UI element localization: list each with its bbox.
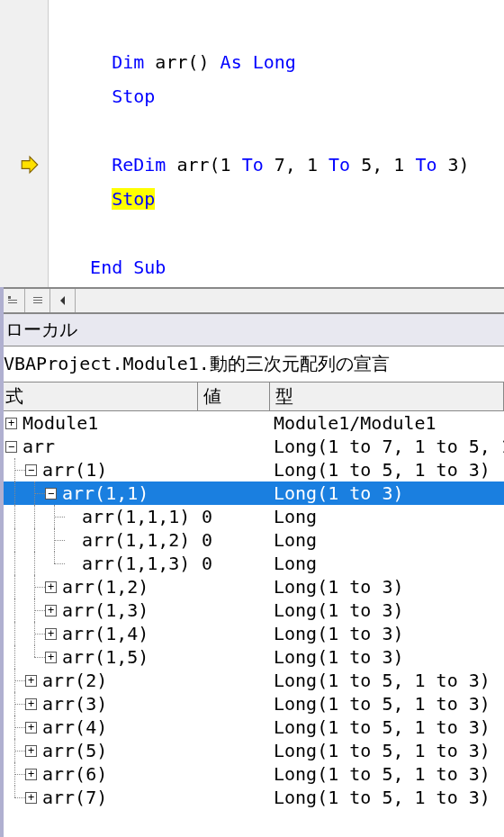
- collapse-icon[interactable]: [25, 464, 37, 476]
- locals-row[interactable]: arr(1,2)Long(1 to 3): [0, 575, 504, 598]
- expr-text: arr(7): [40, 787, 107, 808]
- type-text: Long: [270, 553, 504, 574]
- expr-text: arr(1,4): [60, 623, 148, 644]
- code-line: Dim arr() As Long: [68, 51, 296, 73]
- locals-row[interactable]: arr(1,3)Long(1 to 3): [0, 598, 504, 622]
- type-text: Long(1 to 3): [270, 646, 504, 668]
- collapse-icon[interactable]: [45, 488, 57, 500]
- scroll-left-button[interactable]: [50, 289, 76, 312]
- locals-row[interactable]: arr(1,1)Long(1 to 3): [0, 482, 504, 505]
- type-text: Long(1 to 5, 1 to 3): [270, 693, 504, 715]
- svg-rect-2: [8, 302, 17, 303]
- locals-row[interactable]: arr(7)Long(1 to 5, 1 to 3): [0, 786, 504, 809]
- expand-icon[interactable]: [45, 628, 57, 640]
- type-text: Long(1 to 3): [270, 482, 504, 504]
- svg-rect-1: [8, 300, 17, 301]
- code-content[interactable]: Dim arr() As Long Stop ReDim arr(1 To 7,…: [49, 0, 470, 287]
- code-editor[interactable]: Dim arr() As Long Stop ReDim arr(1 To 7,…: [0, 0, 504, 288]
- expr-text: arr(1,5): [60, 646, 148, 668]
- type-text: Long(1 to 5, 1 to 3): [270, 740, 504, 761]
- header-expression[interactable]: 式: [0, 382, 198, 410]
- locals-row[interactable]: arr(4)Long(1 to 5, 1 to 3): [0, 716, 504, 739]
- type-text: Long: [270, 529, 504, 551]
- type-text: Long(1 to 5, 1 to 3): [270, 787, 504, 808]
- locals-row[interactable]: arr(2)Long(1 to 5, 1 to 3): [0, 669, 504, 692]
- expand-icon[interactable]: [5, 418, 17, 429]
- header-value[interactable]: 値: [198, 382, 270, 410]
- execution-pointer-icon: [20, 155, 40, 175]
- locals-row[interactable]: arr(1,1,1)0Long: [0, 505, 504, 528]
- code-line: Stop: [68, 86, 155, 107]
- type-text: Long(1 to 3): [270, 623, 504, 644]
- svg-rect-0: [8, 296, 11, 299]
- locals-row[interactable]: arr(5)Long(1 to 5, 1 to 3): [0, 739, 504, 762]
- expr-text: arr(1,2): [60, 576, 148, 598]
- expand-icon[interactable]: [25, 792, 37, 804]
- type-text: Long(1 to 5, 1 to 3): [270, 670, 504, 691]
- locals-row[interactable]: arrLong(1 to 7, 1 to 5, 1 to 3): [0, 435, 504, 458]
- locals-headers: 式 値 型: [0, 382, 504, 411]
- expr-text: arr(1,1): [60, 482, 148, 504]
- locals-row[interactable]: arr(1,1,2)0Long: [0, 528, 504, 552]
- locals-row[interactable]: arr(1,1,3)0Long: [0, 552, 504, 575]
- locals-row[interactable]: arr(1)Long(1 to 5, 1 to 3): [0, 458, 504, 482]
- locals-tree[interactable]: Module1Module1/Module1arrLong(1 to 7, 1 …: [0, 411, 504, 809]
- svg-rect-4: [33, 300, 42, 301]
- locals-row[interactable]: arr(1,4)Long(1 to 3): [0, 622, 504, 645]
- expr-text: arr(3): [40, 693, 107, 715]
- expand-icon[interactable]: [45, 605, 57, 616]
- type-text: Long(1 to 3): [270, 599, 504, 621]
- expr-text: arr(1,3): [60, 599, 148, 621]
- code-line: Stop: [68, 188, 155, 210]
- expr-text: arr(6): [40, 763, 107, 785]
- expr-text: arr: [21, 436, 55, 457]
- value-text: 0: [198, 553, 270, 574]
- expr-text: arr(5): [40, 740, 107, 761]
- locals-row[interactable]: Module1Module1/Module1: [0, 411, 504, 435]
- expand-icon[interactable]: [25, 698, 37, 710]
- locals-row[interactable]: arr(6)Long(1 to 5, 1 to 3): [0, 762, 504, 786]
- procedure-view-button[interactable]: [25, 289, 50, 312]
- expr-text: Module1: [21, 412, 98, 434]
- locals-row[interactable]: arr(1,5)Long(1 to 3): [0, 645, 504, 669]
- code-line: ReDim arr(1 To 7, 1 To 5, 1 To 3): [68, 154, 470, 176]
- collapse-icon[interactable]: [5, 441, 17, 453]
- expand-icon[interactable]: [25, 722, 37, 734]
- expand-icon[interactable]: [25, 745, 37, 757]
- value-text: 0: [198, 529, 270, 551]
- full-module-view-button[interactable]: [0, 289, 25, 312]
- expr-text: arr(4): [40, 716, 107, 738]
- expr-text: arr(2): [40, 670, 107, 691]
- expand-icon[interactable]: [25, 769, 37, 780]
- locals-row[interactable]: arr(3)Long(1 to 5, 1 to 3): [0, 692, 504, 716]
- expand-icon[interactable]: [45, 581, 57, 593]
- type-text: Long: [270, 506, 504, 527]
- code-gutter: [0, 0, 49, 287]
- expr-text: arr(1,1,3): [80, 553, 190, 574]
- type-text: Long(1 to 3): [270, 576, 504, 598]
- expr-text: arr(1): [40, 459, 107, 481]
- expand-icon[interactable]: [45, 652, 57, 663]
- expr-text: arr(1,1,1): [80, 506, 190, 527]
- type-text: Long(1 to 5, 1 to 3): [270, 459, 504, 481]
- type-text: Long(1 to 7, 1 to 5, 1 to 3): [270, 436, 504, 457]
- value-text: 0: [198, 506, 270, 527]
- locals-panel-title: ローカル: [0, 313, 504, 346]
- svg-rect-3: [33, 297, 42, 298]
- expr-text: arr(1,1,2): [80, 529, 190, 551]
- locals-context: VBAProject.Module1.動的三次元配列の宣言: [0, 346, 504, 382]
- expand-icon[interactable]: [25, 675, 37, 687]
- svg-rect-5: [33, 302, 42, 303]
- type-text: Long(1 to 5, 1 to 3): [270, 763, 504, 785]
- type-text: Long(1 to 5, 1 to 3): [270, 716, 504, 738]
- header-type[interactable]: 型: [270, 382, 504, 410]
- code-line: End Sub: [68, 256, 166, 278]
- type-text: Module1/Module1: [270, 412, 504, 434]
